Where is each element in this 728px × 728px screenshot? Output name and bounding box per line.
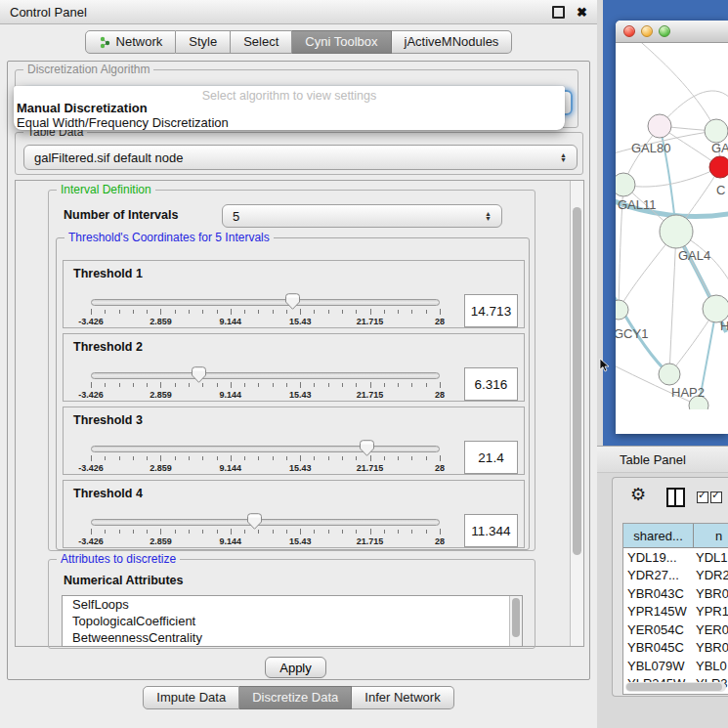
slider-tick [231, 382, 232, 388]
slider-tick-label: -3.426 [78, 317, 104, 326]
slider-tick-label: 28 [435, 536, 445, 546]
slider-tick-label: 2.859 [150, 536, 172, 546]
cell-shared-name[interactable]: YDL19... [623, 548, 694, 567]
columns-icon[interactable] [666, 488, 685, 507]
gear-icon[interactable]: ⚙ [630, 486, 646, 503]
threshold-slider-2: -3.4262.8599.14415.4321.71528 [91, 369, 440, 405]
close-icon[interactable]: ✖ [577, 6, 587, 19]
gal4-node[interactable] [660, 215, 693, 248]
cell-shared-name[interactable]: YDR27... [623, 567, 694, 585]
apply-button[interactable]: Apply [265, 657, 326, 678]
algorithm-option-equal-width[interactable]: Equal Width/Frequency Discretization [17, 115, 229, 130]
cell-shared-name[interactable]: YBL079W [623, 657, 694, 675]
cell-name[interactable]: YDR2 [694, 567, 728, 585]
red-node[interactable] [709, 156, 728, 178]
top-right-node[interactable] [705, 119, 728, 143]
checkbox-icon[interactable] [710, 492, 722, 503]
node-label-gal4: GAL4 [678, 248, 710, 263]
table-row[interactable]: YDR27...YDR2 [623, 567, 728, 585]
tab-jactivemnodules[interactable]: jActiveMNodules [392, 30, 513, 54]
slider-thumb[interactable] [192, 366, 206, 383]
slider-track[interactable] [91, 299, 440, 306]
window-minimize-button[interactable] [641, 25, 653, 37]
table-row[interactable]: YBR045CYBR0 [623, 639, 728, 658]
threshold-value-field[interactable]: 21.4 [464, 441, 518, 474]
table-row[interactable]: YER054CYER0 [623, 621, 728, 639]
tab-label: Network [116, 31, 163, 53]
cell-name[interactable]: YBR0 [694, 584, 728, 603]
cell-shared-name[interactable]: YPR145W [623, 603, 694, 621]
tab-cyni-toolbox[interactable]: Cyni Toolbox [292, 30, 391, 54]
slider-tick [147, 530, 148, 534]
tab-infer-network[interactable]: Infer Network [352, 686, 453, 709]
checkbox-icon[interactable] [697, 492, 708, 503]
attribute-item-topologicalcoefficient[interactable]: TopologicalCoefficient [63, 613, 522, 629]
table-row[interactable]: YDL19...YDL1 [623, 548, 728, 567]
table-row[interactable]: YIL052CYIL0 [623, 693, 728, 695]
cell-shared-name[interactable]: YBR043C [623, 584, 694, 603]
slider-tick [189, 310, 190, 314]
slider-tick [105, 383, 106, 387]
tab-select[interactable]: Select [231, 30, 292, 54]
tab-impute-data[interactable]: Impute Data [143, 686, 239, 709]
threshold-box-3: Threshold 3-3.4262.8599.14415.4321.71528… [63, 407, 525, 475]
slider-tick-label: 9.144 [220, 536, 242, 546]
cell-name[interactable]: YBR0 [694, 639, 728, 658]
threshold-slider-1: -3.4262.8599.14415.4321.71528 [91, 296, 440, 331]
network-edge [623, 167, 720, 187]
algorithm-option-manual[interactable]: Manual Discretization [17, 101, 148, 115]
attributes-scrollbar-thumb[interactable] [512, 598, 520, 637]
cell-name[interactable]: YER0 [694, 621, 728, 639]
slider-track[interactable] [91, 446, 440, 452]
tab-discretize-data[interactable]: Discretize Data [239, 686, 352, 709]
cell-shared-name[interactable]: YER054C [623, 621, 694, 639]
table-row[interactable]: YBL079WYBL0 [623, 657, 728, 675]
cell-name[interactable]: YPR1 [694, 603, 728, 621]
threshold-value-field[interactable]: 11.344 [464, 514, 518, 547]
node-label-hap2: HAP2 [671, 385, 705, 400]
cell-name[interactable]: YDL1 [694, 548, 728, 567]
slider-thumb[interactable] [247, 513, 262, 530]
table-hscrollbar-thumb[interactable] [626, 683, 722, 691]
slider-thumb[interactable] [285, 293, 300, 310]
cell-name[interactable]: YBL0 [694, 657, 728, 675]
attribute-item-selfloops[interactable]: SelfLoops [63, 596, 522, 613]
slider-tick [160, 455, 161, 461]
slider-tick-label: 2.859 [150, 463, 172, 473]
table-row[interactable]: YPR145WYPR1 [623, 603, 728, 621]
settings-scrollbar-thumb[interactable] [573, 207, 581, 555]
slider-track[interactable] [91, 372, 440, 379]
tab-style[interactable]: Style [176, 30, 231, 54]
settings-scrollpane: Interval Definition Number of Intervals … [15, 180, 584, 647]
table-panel-body: ⚙ shared... n YDL19...YDL1YDR27...YDR2YB… [612, 477, 728, 697]
table-data-combobox[interactable]: galFiltered.sif default node ▲▼ [23, 145, 578, 170]
tab-label: Style [189, 31, 217, 53]
threshold-value-field[interactable]: 14.713 [464, 294, 518, 327]
cell-name[interactable]: YIL0 [694, 693, 728, 695]
table-header-name[interactable]: n [694, 524, 728, 547]
attribute-item-betweennesscentrality[interactable]: BetweennessCentrality [63, 629, 522, 646]
gal11-node[interactable] [616, 173, 635, 196]
number-of-intervals-combobox[interactable]: 5 ▲▼ [222, 204, 502, 228]
gal80-node[interactable] [648, 114, 671, 138]
bottom-tab-row: Impute DataDiscretize DataInfer Network [0, 686, 597, 709]
threshold-value-field[interactable]: 6.316 [464, 367, 518, 401]
table-row[interactable]: YBR043CYBR0 [623, 584, 728, 603]
slider-tick [160, 529, 161, 535]
hap2-node[interactable] [659, 364, 680, 385]
interval-definition-title: Interval Definition [57, 183, 155, 196]
window-close-button[interactable] [623, 25, 635, 37]
network-canvas[interactable]: GAL80GACGAL11GAL4GCY1HHAP2 [616, 43, 728, 409]
slider-thumb[interactable] [360, 440, 374, 456]
slider-track[interactable] [91, 519, 440, 526]
window-zoom-button[interactable] [659, 25, 670, 37]
slider-tick [244, 530, 245, 534]
cell-shared-name[interactable]: YIL052C [623, 693, 694, 695]
slider-tick [217, 456, 218, 460]
slider-tick [175, 310, 176, 314]
cell-shared-name[interactable]: YBR045C [623, 639, 694, 658]
tab-network[interactable]: Network [85, 30, 177, 54]
float-window-icon[interactable] [552, 6, 565, 19]
table-header-shared-name[interactable]: shared... [623, 524, 694, 547]
slider-tick [440, 309, 441, 315]
